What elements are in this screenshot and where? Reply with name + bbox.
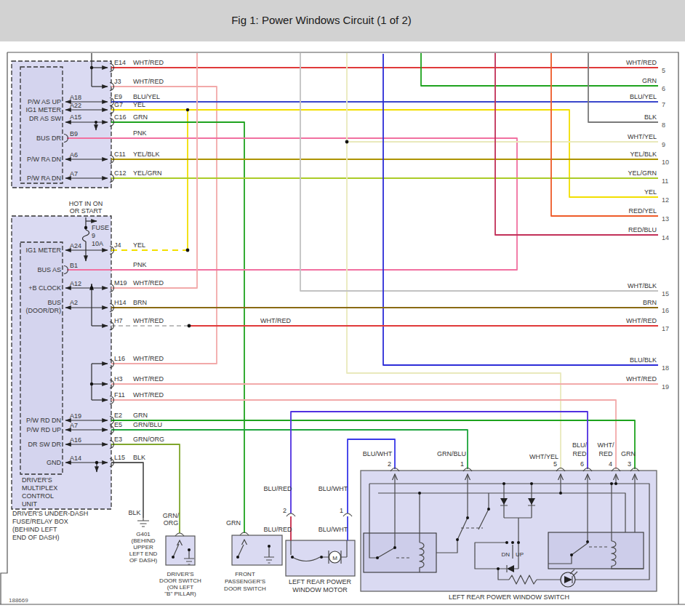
svg-text:HOT IN ON: HOT IN ON — [69, 200, 103, 207]
svg-text:10: 10 — [662, 159, 669, 166]
svg-text:GRN/: GRN/ — [163, 512, 180, 519]
svg-text:GRN/BLU: GRN/BLU — [133, 421, 162, 428]
svg-text:6: 6 — [580, 460, 584, 468]
wire-c16-grn — [111, 122, 244, 533]
svg-text:DRIVER'S UNDER-DASH: DRIVER'S UNDER-DASH — [12, 510, 88, 517]
svg-text:BUS DR: BUS DR — [36, 135, 62, 142]
svg-text:OF DASH): OF DASH) — [129, 557, 158, 564]
svg-text:WHT/RED: WHT/RED — [133, 391, 164, 399]
svg-text:GRN: GRN — [621, 450, 636, 457]
svg-text:IG1 METER: IG1 METER — [25, 247, 61, 254]
svg-text:YEL/BLK: YEL/BLK — [133, 151, 160, 158]
svg-text:(DOOR/DR): (DOOR/DR) — [26, 307, 62, 314]
svg-text:BRN: BRN — [133, 299, 147, 306]
wires — [67, 53, 658, 540]
svg-text:WHT/YEL: WHT/YEL — [529, 453, 558, 460]
svg-text:L15: L15 — [114, 454, 125, 461]
svg-text:FRONT: FRONT — [235, 571, 255, 577]
svg-text:H7: H7 — [114, 317, 123, 324]
svg-text:BLK: BLK — [128, 509, 140, 516]
svg-text:DOOR SWITCH: DOOR SWITCH — [224, 585, 266, 592]
svg-text:L16: L16 — [114, 355, 125, 362]
svg-text:B1: B1 — [70, 262, 78, 269]
svg-text:P/W RD DN: P/W RD DN — [26, 417, 61, 424]
svg-text:GND: GND — [47, 459, 62, 466]
svg-text:BLU/WHT: BLU/WHT — [363, 450, 393, 457]
svg-text:WHT/: WHT/ — [598, 441, 614, 449]
svg-text:C12: C12 — [114, 169, 127, 177]
svg-text:E9: E9 — [114, 93, 122, 100]
svg-text:A12: A12 — [70, 280, 81, 287]
svg-text:E5: E5 — [114, 421, 122, 428]
svg-text:A7: A7 — [70, 170, 78, 177]
window-motor-box — [286, 540, 355, 576]
svg-text:DRIVER'S: DRIVER'S — [167, 571, 193, 577]
svg-text:WHT/RED: WHT/RED — [626, 375, 657, 383]
svg-text:WHT/YEL: WHT/YEL — [628, 133, 657, 140]
h7-mid-wire-label: WHT/RED — [260, 317, 291, 324]
svg-text:GRN/BLU: GRN/BLU — [437, 450, 466, 457]
svg-text:IG1 METER: IG1 METER — [25, 106, 61, 113]
svg-text:RED: RED — [572, 450, 587, 457]
svg-text:GRN/ORG: GRN/ORG — [133, 436, 164, 443]
svg-text:RED/BLU: RED/BLU — [628, 226, 657, 233]
svg-text:2: 2 — [388, 460, 391, 468]
svg-text:(BEHIND LEFT: (BEHIND LEFT — [12, 526, 57, 533]
svg-text:B9: B9 — [70, 130, 78, 137]
svg-text:2: 2 — [283, 507, 287, 514]
svg-text:4: 4 — [609, 460, 612, 468]
svg-text:GRN: GRN — [133, 412, 148, 419]
svg-text:WHT/BLK: WHT/BLK — [628, 282, 657, 289]
rear-switch-caption: LEFT REAR POWER WINDOW SWITCH — [449, 593, 569, 601]
svg-text:BUS AS: BUS AS — [37, 266, 61, 273]
svg-text:GRN: GRN — [642, 77, 657, 84]
rear-window-switch-box — [361, 471, 657, 591]
svg-text:YEL/BLK: YEL/BLK — [630, 151, 657, 158]
svg-text:PNK: PNK — [133, 129, 147, 137]
svg-text:1: 1 — [460, 460, 464, 468]
svg-text:DRIVER'S: DRIVER'S — [22, 476, 52, 484]
svg-text:PNK: PNK — [133, 261, 147, 268]
svg-text:G7: G7 — [114, 101, 123, 108]
svg-text:UNIT: UNIT — [22, 500, 37, 508]
wire-row15-whtblk — [300, 53, 658, 291]
svg-text:BLU/: BLU/ — [572, 441, 588, 449]
svg-text:DN: DN — [501, 551, 510, 558]
svg-text:PASSENGER'S: PASSENGER'S — [225, 578, 265, 585]
svg-text:END OF DASH): END OF DASH) — [12, 534, 60, 541]
svg-text:G401: G401 — [136, 531, 151, 537]
svg-text:C11: C11 — [114, 151, 126, 158]
svg-text:P/W RD UP: P/W RD UP — [26, 426, 61, 433]
svg-text:DR AS SW: DR AS SW — [29, 115, 62, 122]
svg-text:GRN: GRN — [226, 519, 241, 527]
svg-text:BLU/WHT: BLU/WHT — [319, 485, 348, 492]
mid-box-exit-labels: J4YEL PNK M19WHT/RED H14BRN H7WHT/RED L1… — [114, 241, 291, 461]
motor-symbol: M — [332, 555, 337, 561]
svg-text:F11: F11 — [114, 391, 125, 399]
wire-whtyel-main — [347, 53, 561, 469]
svg-text:BUS: BUS — [47, 299, 61, 306]
svg-text:17: 17 — [662, 325, 669, 332]
svg-text:18: 18 — [662, 364, 669, 372]
svg-text:BLU/RED: BLU/RED — [263, 485, 292, 492]
page-title: Fig 1: Power Windows Circuit (1 of 2) — [231, 14, 412, 26]
svg-text:16: 16 — [662, 307, 669, 314]
wire-row6-grn — [421, 53, 658, 86]
svg-text:WHT/RED: WHT/RED — [133, 375, 164, 383]
svg-text:WHT/RED: WHT/RED — [626, 317, 657, 324]
svg-text:P/W AS UP: P/W AS UP — [28, 98, 61, 105]
svg-text:OR START: OR START — [70, 207, 103, 215]
svg-text:FUSE: FUSE — [92, 224, 109, 231]
svg-text:A19: A19 — [70, 412, 81, 420]
wire-e5-grnblu — [111, 430, 468, 469]
svg-text:A7: A7 — [70, 422, 78, 429]
svg-text:A18: A18 — [70, 94, 81, 101]
svg-text:YEL: YEL — [133, 101, 145, 108]
svg-text:WHT/RED: WHT/RED — [133, 355, 164, 362]
wiring-diagram: Fig 1: Power Windows Circuit (1 of 2) 18… — [0, 0, 685, 616]
svg-text:LEFT REAR POWER: LEFT REAR POWER — [289, 578, 351, 585]
svg-text:BLU/YEL: BLU/YEL — [133, 93, 160, 100]
svg-text:LEFT END: LEFT END — [129, 551, 158, 557]
svg-text:FUSE/RELAY BOX: FUSE/RELAY BOX — [12, 518, 68, 525]
svg-text:A16: A16 — [70, 436, 81, 444]
